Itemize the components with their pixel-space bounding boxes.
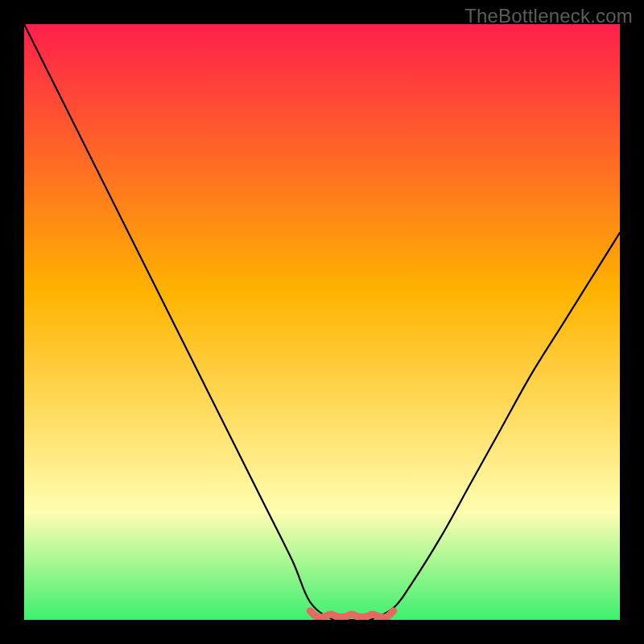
bottleneck-chart xyxy=(24,24,620,620)
gradient-rect xyxy=(24,24,620,620)
watermark-text: TheBottleneck.com xyxy=(464,5,633,27)
chart-frame: TheBottleneck.com xyxy=(0,0,644,644)
plot-area xyxy=(24,24,620,620)
